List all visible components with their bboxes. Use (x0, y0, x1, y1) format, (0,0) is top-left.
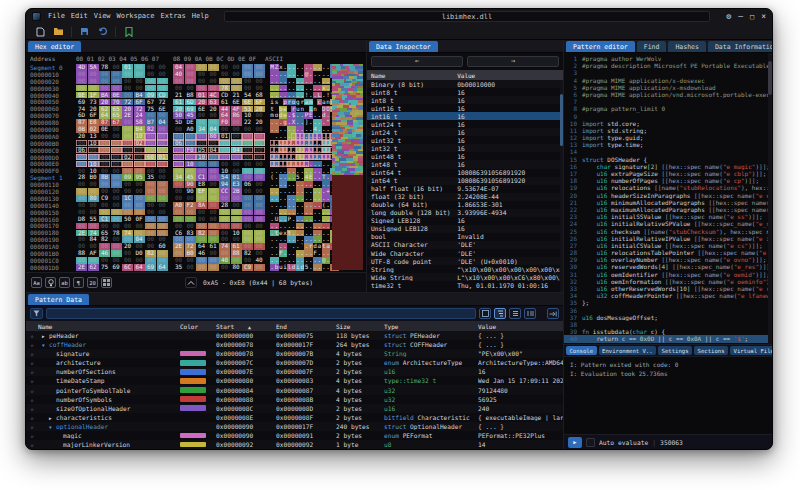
hex-byte[interactable]: 00 (122, 202, 133, 209)
hex-byte[interactable]: 78 (99, 64, 110, 71)
hex-byte[interactable]: 00 (173, 85, 184, 92)
hex-byte[interactable]: 00 (157, 140, 168, 147)
hex-byte[interactable]: 10 (185, 161, 196, 168)
hex-byte[interactable]: 86 (231, 112, 242, 119)
hex-byte[interactable]: 80 (208, 133, 219, 140)
hex-byte[interactable]: 00 (242, 236, 253, 243)
filter-funnel-icon[interactable] (30, 308, 43, 319)
hex-byte[interactable]: 00 (173, 250, 184, 257)
inspector-row[interactable]: half float (16 bit)9.53674E-07 (367, 185, 563, 193)
hex-byte[interactable]: 00 (254, 126, 265, 133)
hex-byte[interactable]: CC (219, 188, 230, 195)
hex-byte[interactable]: 74 (88, 230, 99, 237)
hex-byte[interactable]: 00 (88, 202, 99, 209)
hex-byte[interactable]: 00 (219, 78, 230, 85)
hex-byte[interactable]: 00 (88, 147, 99, 154)
expand-panel-icon[interactable] (547, 308, 559, 319)
hex-byte[interactable]: 00 (111, 85, 122, 92)
pattern-data-row[interactable]: ☆▼optionalHeader0x000000900x0000017F240 … (26, 422, 563, 431)
hex-byte[interactable]: 00 (242, 202, 253, 209)
ascii-char[interactable]: n (300, 106, 304, 113)
hex-byte[interactable]: 00 (231, 257, 242, 264)
hex-byte[interactable]: 6F (134, 99, 145, 106)
hex-byte[interactable]: 69 (76, 99, 87, 106)
hex-byte[interactable]: 74 (122, 230, 133, 237)
hex-byte[interactable]: 00 (145, 85, 156, 92)
favorite-star-icon[interactable]: ☆ (26, 423, 38, 430)
hex-byte[interactable]: 00 (134, 243, 145, 250)
hex-byte[interactable]: 65 (111, 106, 122, 113)
hex-byte[interactable]: 75 (99, 264, 110, 271)
hex-byte[interactable]: 00 (111, 64, 122, 71)
hex-byte[interactable]: 00 (242, 71, 253, 78)
hex-byte[interactable]: 00 (208, 85, 219, 92)
favorite-star-icon[interactable]: ☆ (26, 341, 38, 348)
pattern-data-row[interactable]: ☆▼coffHeader0x000000780x0000017F264 byte… (26, 340, 563, 349)
hex-byte[interactable]: 00 (88, 181, 99, 188)
hex-byte[interactable]: 00 (134, 147, 145, 154)
inspector-row[interactable]: uint64_t108086391056891920 (367, 169, 563, 177)
hex-byte[interactable]: 00 (157, 250, 168, 257)
tree-collapsed-icon[interactable]: ▶ (49, 416, 56, 421)
hex-byte[interactable]: 35 (173, 264, 184, 271)
hex-byte[interactable]: 00 (242, 243, 253, 250)
hex-byte[interactable]: 00 (242, 64, 253, 71)
auto-size-columns-icon[interactable] (524, 308, 536, 319)
hex-byte[interactable]: 00 (231, 216, 242, 223)
hex-byte[interactable]: B4 (134, 126, 145, 133)
color-swatch[interactable] (180, 396, 206, 402)
ascii-case-toggle-icon[interactable]: Aa (31, 277, 42, 288)
hex-byte[interactable]: 00 (76, 161, 87, 168)
hex-byte[interactable]: 00 (242, 147, 253, 154)
inspector-row[interactable]: int48_t16 (367, 160, 563, 168)
hex-byte[interactable]: 00 (111, 250, 122, 257)
hex-byte[interactable]: 82 (145, 250, 156, 257)
hex-byte[interactable]: 50 (173, 112, 184, 119)
hex-byte[interactable]: B7 (145, 119, 156, 126)
hex-byte[interactable]: 00 (111, 168, 122, 175)
hex-byte[interactable]: 00 (134, 257, 145, 264)
hex-byte[interactable]: 00 (122, 161, 133, 168)
hex-byte[interactable]: 00 (99, 78, 110, 85)
hex-byte[interactable]: 00 (134, 230, 145, 237)
hex-byte[interactable]: 00 (208, 78, 219, 85)
hex-byte[interactable]: 88 (231, 250, 242, 257)
tab-data-inspector[interactable]: Data Inspector (369, 41, 438, 52)
hex-byte[interactable]: 00 (196, 161, 207, 168)
hex-byte[interactable]: 00 (157, 112, 168, 119)
hex-byte[interactable]: 60 (145, 154, 156, 161)
pattern-data-row[interactable]: ☆numberOfSymbols0x000000880x0000008B4 by… (26, 395, 563, 404)
hex-byte[interactable]: 00 (134, 223, 145, 230)
hex-byte[interactable]: 00 (99, 147, 110, 154)
hex-byte[interactable]: 00 (185, 71, 196, 78)
hex-byte[interactable]: 00 (231, 126, 242, 133)
hex-byte[interactable]: 54 (242, 92, 253, 99)
favorite-star-icon[interactable]: ☆ (26, 405, 38, 412)
hex-byte[interactable]: 00 (242, 257, 253, 264)
hex-byte[interactable]: 46 (196, 250, 207, 257)
hex-byte[interactable]: 00 (242, 161, 253, 168)
hex-byte[interactable]: 00 (134, 85, 145, 92)
hex-byte[interactable]: 00 (208, 216, 219, 223)
hex-byte[interactable]: 82 (242, 250, 253, 257)
hex-byte[interactable]: C9 (99, 195, 110, 202)
hex-byte[interactable]: 20 (99, 99, 110, 106)
inspector-row[interactable]: long double (128 bit)3.93996E-4934 (367, 209, 563, 217)
hex-byte[interactable]: 00 (254, 188, 265, 195)
hex-byte[interactable]: 69 (145, 264, 156, 271)
hex-byte[interactable]: 00 (208, 209, 219, 216)
hex-byte[interactable]: 90 (185, 181, 196, 188)
run-pattern-button[interactable]: ▶ (568, 437, 582, 448)
menu-view[interactable]: View (91, 9, 114, 24)
settings-gear-icon[interactable]: ⚙ (726, 12, 731, 22)
hex-byte[interactable]: 00 (196, 264, 207, 271)
hex-byte[interactable]: 00 (99, 209, 110, 216)
hex-byte[interactable]: 00 (157, 236, 168, 243)
hex-byte[interactable]: 00 (219, 64, 230, 71)
hex-byte[interactable]: 5A (88, 64, 99, 71)
hex-byte[interactable]: 00 (173, 133, 184, 140)
hex-byte[interactable]: 00 (145, 161, 156, 168)
hex-byte[interactable]: 6C (122, 264, 133, 271)
hex-byte[interactable]: 67 (111, 119, 122, 126)
hex-byte[interactable]: 67 (145, 99, 156, 106)
